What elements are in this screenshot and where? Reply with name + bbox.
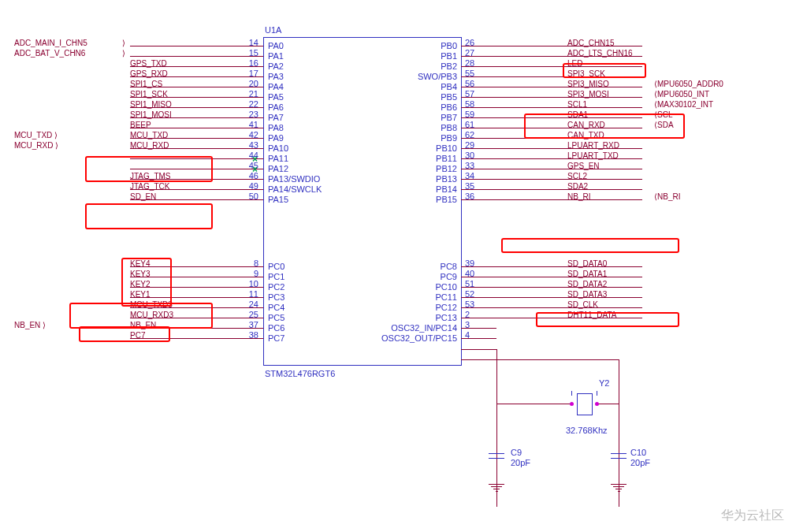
pin-name: PB8: [441, 123, 457, 132]
wire: [130, 46, 263, 47]
pin-name: PB13: [436, 174, 457, 184]
hl-mcu3: [69, 303, 213, 329]
net-label: SD_DATA3: [567, 290, 607, 299]
wire: [461, 328, 496, 329]
pin-name: PC10: [435, 282, 457, 292]
pin-name: PA10: [268, 143, 288, 153]
pin-name: PA13/SWDIO: [268, 174, 320, 184]
crystal-t1: [571, 391, 572, 396]
net-label: GPS_EN: [567, 162, 600, 170]
wire: [461, 169, 642, 169]
wire: [461, 46, 642, 47]
net-label: SPI3_MOSI: [567, 90, 609, 99]
pin-name: PA5: [268, 92, 284, 102]
net-label: SCL2: [567, 172, 587, 180]
gnd-wire-2: [619, 459, 619, 482]
pin-name: PB10: [436, 143, 457, 153]
pin-name: PC1: [268, 272, 284, 281]
pin-name: PC5: [268, 313, 284, 322]
net-label: SPI1_MISO: [130, 100, 172, 109]
osc-wire-h2: [461, 359, 619, 360]
crystal-val: 32.768Khz: [566, 426, 608, 435]
net-label: SD_DATA1: [567, 270, 607, 278]
net-label: SPI1_SCK: [130, 90, 168, 99]
bus-label: ⟨MAX30102_INT: [654, 100, 713, 109]
pin-name: PB2: [441, 61, 457, 71]
pin-name: PA6: [268, 102, 284, 112]
pin-name: PC8: [441, 262, 457, 271]
net-label: SDA2: [567, 182, 588, 191]
pin-name: PB5: [441, 92, 457, 102]
chip-partnum: STM32L476RGT6: [265, 369, 335, 378]
net-label: SD_DATA2: [567, 280, 607, 288]
pin-name: PA9: [268, 133, 284, 143]
net-label: SD_DATA0: [567, 259, 607, 268]
pin-name: PA11: [268, 154, 288, 163]
hl-nbri: [501, 238, 679, 253]
pin-name: PA15: [268, 195, 288, 204]
bus-arrow: ⟩: [122, 49, 125, 58]
c9-val: 20pF: [511, 458, 530, 467]
pin-name: PB15: [436, 195, 457, 204]
net-label: ADC_LTS_CHN16: [567, 49, 633, 58]
pin-name: PA12: [268, 164, 288, 173]
osc-wire-h4: [597, 404, 619, 404]
chip-body: [263, 37, 462, 366]
hl-nben: [79, 326, 170, 342]
pin-name: PA7: [268, 113, 284, 122]
pin-name: OSC32_IN/PC14: [391, 323, 457, 333]
wire: [461, 307, 642, 308]
gnd-1: [489, 482, 504, 492]
pin-name: PB14: [436, 184, 457, 194]
hl-led: [563, 63, 646, 78]
hl-jtag: [85, 203, 213, 229]
net-label: NB_RI: [567, 192, 590, 201]
wire: [461, 199, 642, 200]
hl-mcu-txd-rxd: [85, 156, 213, 182]
bus-label: ⟨NB_RI: [654, 192, 680, 201]
hl-keys: [121, 258, 172, 307]
pin-name: PC2: [268, 282, 284, 292]
c10-p1: [611, 453, 627, 454]
pin-name: OSC32_OUT/PC15: [381, 333, 457, 343]
bus-label: ⟨MPU6050_INT: [654, 90, 709, 99]
junction-2: [595, 402, 599, 406]
net-label: JTAG_TCK: [130, 182, 169, 191]
net-label: BEEP: [130, 121, 151, 129]
net-label: ADC_CHN15: [567, 39, 614, 47]
pin-name: PC7: [268, 333, 284, 343]
pin-name: PB7: [441, 113, 457, 122]
net-label: LPUART_TXD: [567, 151, 619, 160]
net-label: LPUART_RXD: [567, 141, 619, 150]
net-label: ADC_BAT_V_CHN6: [14, 49, 85, 58]
net-label: SCL1: [567, 100, 587, 109]
net-label: MCU_RXD: [130, 141, 169, 150]
wire: [461, 87, 642, 87]
crystal-body: [577, 393, 593, 415]
pin-name: PA8: [268, 123, 284, 132]
net-label: SD_EN: [130, 192, 156, 201]
hl-i2c: [524, 113, 685, 139]
bus-label: ⟨MPU6050_ADDR0: [654, 80, 723, 88]
pin-name: PC0: [268, 262, 284, 271]
wire: [461, 297, 642, 298]
net-label: GPS_TXD: [130, 59, 167, 68]
c10-ref: C10: [630, 448, 646, 457]
gnd-wire-1: [496, 459, 497, 482]
pin-name: PB0: [441, 41, 457, 50]
pin-name: PB12: [436, 164, 457, 173]
pin-name: PB9: [441, 133, 457, 143]
bus-label: MCU_RXD ⟩: [14, 141, 58, 150]
pin-name: PB4: [441, 82, 457, 91]
net-label: SPI1_CS: [130, 80, 162, 88]
pin-name: PC11: [435, 292, 457, 302]
net-label: ADC_MAIN_I_CHN5: [14, 39, 87, 47]
pin-name: PC9: [441, 272, 457, 281]
pin-name: PA2: [268, 61, 284, 71]
wire: [461, 287, 642, 288]
pin-name: PA14/SWCLK: [268, 184, 322, 194]
wire: [461, 107, 642, 108]
pin-name: PA4: [268, 82, 284, 91]
c9-p1: [489, 453, 504, 454]
pin-name: PC12: [435, 303, 457, 312]
